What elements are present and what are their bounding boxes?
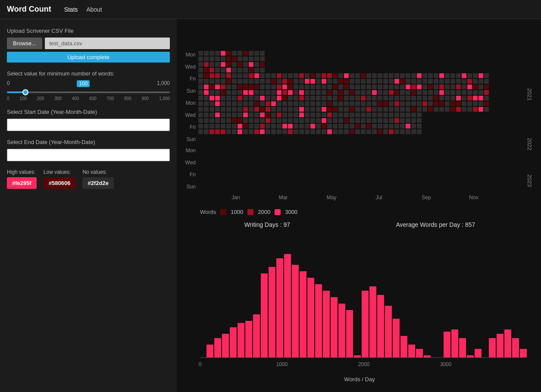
svg-rect-266 [344,73,349,78]
svg-rect-594 [310,129,315,134]
end-date-input[interactable] [7,149,170,161]
svg-rect-360 [417,90,422,95]
start-date-input[interactable] [7,119,170,131]
svg-rect-761 [467,355,474,358]
svg-rect-573 [294,129,298,134]
svg-rect-485 [226,107,231,112]
svg-rect-436 [478,85,483,89]
svg-rect-561 [288,101,293,106]
svg-rect-483 [226,96,231,100]
svg-rect-634 [344,118,349,123]
heatmap-svg: 2021 2022 2023 Mon Wed Fri Sun Mon Wed F… [183,23,532,204]
svg-rect-248 [327,90,332,95]
hist-x3000: 3000 [440,361,452,367]
svg-rect-535 [266,113,270,117]
svg-rect-16 [210,62,214,67]
svg-rect-687 [389,101,394,106]
svg-rect-608 [322,129,326,134]
day-label-mon2: Mon [186,100,196,106]
svg-rect-86 [198,85,203,89]
svg-rect-63 [249,51,253,56]
svg-rect-196 [288,73,293,78]
svg-rect-294 [366,73,371,78]
upload-status-bar: Upload complete [7,52,170,63]
svg-rect-578 [299,118,304,123]
svg-rect-317 [383,85,388,89]
svg-rect-697 [394,118,399,123]
svg-rect-636 [344,129,349,134]
svg-rect-758 [444,332,450,358]
svg-rect-101 [210,90,214,95]
svg-rect-182 [277,73,281,78]
svg-rect-169 [266,79,270,84]
svg-rect-65 [249,62,253,67]
svg-rect-661 [366,113,371,117]
svg-rect-407 [456,79,461,84]
svg-rect-577 [299,113,304,117]
svg-rect-241 [322,90,326,95]
svg-rect-457 [204,107,209,112]
svg-rect-722 [417,101,422,106]
min-words-slider[interactable] [7,91,170,93]
svg-rect-282 [355,85,360,89]
svg-rect-122 [226,90,231,95]
svg-rect-427 [473,73,478,78]
svg-rect-330 [394,79,399,84]
svg-rect-439 [478,101,483,106]
svg-rect-445 [484,96,489,100]
svg-rect-121 [226,85,231,89]
svg-rect-629 [338,129,343,134]
svg-rect-503 [238,129,242,134]
svg-rect-685 [383,129,388,134]
svg-rect-450 [198,107,203,112]
nav-stats[interactable]: Stats [64,6,78,13]
svg-rect-411 [456,101,461,106]
svg-rect-149 [249,85,253,89]
svg-rect-490 [232,96,237,100]
svg-rect-22 [215,56,220,61]
svg-rect-331 [394,85,399,89]
high-color-swatch[interactable]: #fe295f [7,177,37,189]
svg-rect-473 [215,118,220,123]
svg-rect-35 [226,51,231,56]
svg-rect-750 [369,286,376,358]
svg-rect-184 [277,85,281,89]
svg-rect-461 [204,129,209,134]
nav-about[interactable]: About [86,6,102,13]
low-color-swatch[interactable]: #580606 [44,177,76,189]
svg-rect-562 [288,107,293,112]
svg-rect-234 [316,90,321,95]
svg-rect-735 [253,314,260,358]
browse-button[interactable]: Browse... [7,38,42,49]
legend-swatch-2000 [247,209,253,215]
svg-rect-755 [408,345,415,358]
svg-rect-322 [389,73,394,78]
svg-rect-502 [238,124,242,129]
svg-rect-49 [238,51,242,56]
no-color-swatch[interactable]: #2f2d2e [82,177,113,189]
svg-rect-551 [277,124,281,129]
svg-rect-468 [210,129,214,134]
svg-rect-656 [361,124,366,129]
svg-rect-471 [215,107,220,112]
svg-rect-24 [215,68,220,72]
svg-rect-460 [204,124,209,129]
svg-rect-677 [378,124,382,129]
svg-rect-752 [385,306,392,358]
svg-rect-290 [361,90,366,95]
svg-rect-402 [450,90,455,95]
svg-rect-136 [238,90,242,95]
svg-rect-692 [389,129,394,134]
svg-rect-421 [467,79,472,84]
svg-rect-231 [316,73,321,78]
file-name-input[interactable] [45,38,170,49]
svg-rect-446 [484,101,489,106]
svg-rect-203 [294,73,298,78]
svg-rect-512 [249,101,253,106]
svg-rect-120 [226,79,231,84]
svg-rect-42 [232,51,237,56]
svg-rect-675 [378,113,382,117]
svg-rect-621 [333,124,338,129]
svg-rect-72 [254,62,259,67]
svg-rect-267 [344,79,349,84]
